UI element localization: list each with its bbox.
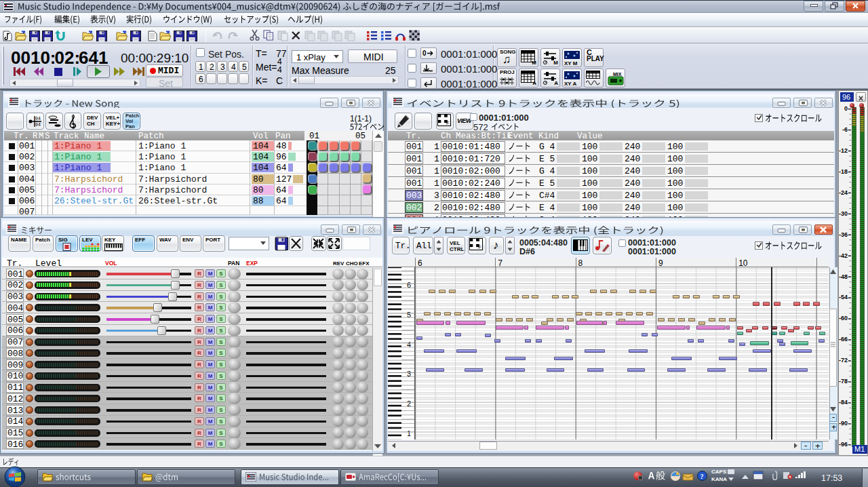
svg-text:-96: -96 [839,441,848,448]
svg-text:-24: -24 [839,189,848,196]
svg-text:-78: -78 [839,378,848,385]
svg-text:MIX: MIX [613,72,622,77]
svg-text:-36: -36 [839,231,848,238]
svg-text:-48: -48 [839,273,848,280]
svg-text:04: 04 [35,117,41,121]
svg-text:0: 0 [422,50,427,57]
svg-text:-30: -30 [839,210,848,217]
svg-text:F: F [446,120,450,126]
svg-text:-42: -42 [839,252,848,259]
svg-text:-66: -66 [839,336,848,343]
svg-text:04: 04 [35,123,41,128]
svg-text:0: 0 [844,105,848,112]
svg-text:?: ? [701,473,704,480]
svg-text:1: 1 [407,429,411,437]
svg-text:-12: -12 [839,147,848,154]
svg-text:-84: -84 [839,399,848,406]
svg-text:-90: -90 [839,420,848,427]
svg-text:-18: -18 [839,168,848,175]
svg-text:-6: -6 [842,126,848,133]
svg-text:F: F [478,244,481,250]
svg-text:-54: -54 [839,294,848,300]
svg-text:-60: -60 [839,315,848,322]
svg-text:-72: -72 [839,357,848,364]
